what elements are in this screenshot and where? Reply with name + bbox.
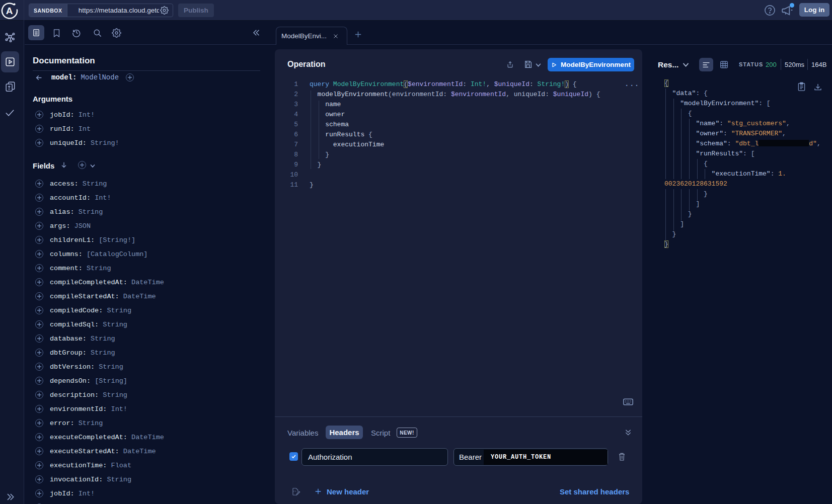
svg-text:A: A (6, 6, 13, 16)
